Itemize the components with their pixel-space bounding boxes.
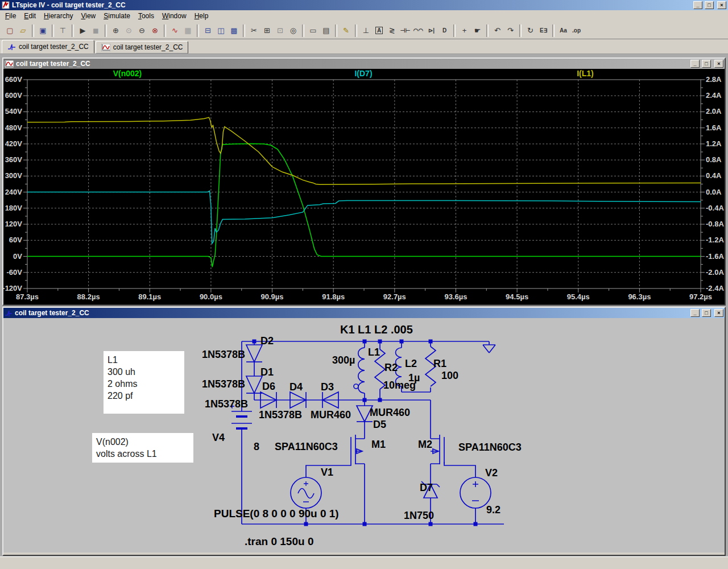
print-button[interactable]: ▤ (320, 24, 333, 37)
zoom-in-button[interactable]: ⊕ (109, 24, 122, 37)
cut-button[interactable]: ✂ (247, 24, 260, 37)
undo-button[interactable]: ↶ (491, 24, 504, 37)
schematic-label[interactable]: V2 (485, 467, 498, 479)
schematic-label[interactable]: 1N750 (404, 510, 434, 521)
schematic-label[interactable]: 300µ (332, 354, 355, 366)
schematic-label[interactable]: 1N5378B (202, 378, 245, 390)
schematic-label[interactable]: M1 (371, 439, 386, 450)
menu-item-hierarchy[interactable]: Hierarchy (40, 11, 77, 21)
waveform-plot-area[interactable]: 660V600V540V480V420V360V300V240V180V120V… (3, 69, 725, 304)
place-diode-button[interactable]: ⊳| (425, 24, 438, 37)
schematic-label[interactable]: M2 (418, 439, 432, 450)
schematic-label[interactable]: 1µ (408, 372, 420, 384)
schematic-label[interactable]: D4 (289, 381, 303, 393)
schematic-label[interactable]: .tran 0 150u 0 (245, 535, 313, 547)
move-button[interactable]: + (458, 24, 471, 37)
find-button[interactable]: ◎ (287, 24, 300, 37)
schematic-label[interactable]: PULSE(0 8 0 0 0 90u 0 1) (214, 508, 339, 519)
control-panel-button[interactable]: ⊤ (56, 24, 69, 37)
schematic-canvas[interactable]: K1 L1 L2 .005D21N5378BD11N5378BD6D4D31N5… (3, 318, 725, 552)
schematic-close-button[interactable]: × (714, 309, 723, 317)
schematic-window-title-bar[interactable]: coil target tester_2_CC _ □ × (3, 308, 725, 318)
voltage-source-V2[interactable] (460, 477, 491, 508)
drag-button[interactable]: ☛ (471, 24, 484, 37)
zoom-full-extents-button[interactable]: ⊗ (148, 24, 162, 37)
zoom-out-button[interactable]: ⊖ (135, 24, 148, 37)
app-maximize-button[interactable]: □ (705, 1, 714, 9)
mirror-button[interactable]: E∃ (537, 24, 550, 37)
schematic-label[interactable]: V1 (321, 467, 333, 478)
paste-button[interactable]: ⊡ (274, 24, 287, 37)
schematic-label[interactable]: MUR460 (370, 407, 410, 418)
schematic-label[interactable]: 9.2 (486, 504, 500, 516)
place-net-label-button[interactable]: A (373, 24, 386, 37)
app-minimize-button[interactable]: _ (693, 1, 702, 9)
waveform-window-title-bar[interactable]: coil target tester_2_CC _ □ × (3, 59, 725, 69)
schematic-label[interactable]: R2 (384, 362, 398, 373)
trace-label-IL1[interactable]: I(L1) (577, 69, 594, 78)
trace-label-Vn002[interactable]: V(n002) (113, 69, 142, 78)
run-simulation-button[interactable]: ▶ (76, 24, 89, 37)
menu-item-file[interactable]: File (1, 11, 20, 21)
waveform-minimize-button[interactable]: _ (690, 60, 700, 68)
save-button[interactable]: ▣ (36, 24, 49, 37)
open-folder-button[interactable]: ▱ (16, 24, 30, 37)
menu-item-window[interactable]: Window (158, 11, 191, 21)
edit-pencil-button[interactable]: ✎ (340, 24, 353, 37)
tile-vertically-button[interactable]: ◫ (214, 24, 228, 37)
schematic-label[interactable]: D6 (262, 381, 275, 392)
place-resistor-button[interactable]: ≷ (386, 24, 399, 37)
annotation-box-2[interactable]: V(n002)volts across L1 (92, 433, 193, 463)
schematic-label[interactable]: L1 (368, 347, 380, 358)
tab-1-active[interactable]: coil target tester_2_CC (2, 40, 94, 53)
cascade-windows-button[interactable]: ▩ (228, 24, 241, 37)
annotation-box-1[interactable]: L1300 uh2 ohms220 pf (104, 351, 184, 414)
schematic-label[interactable]: D5 (373, 419, 386, 430)
autorange-y-axis-button[interactable]: ∿ (168, 24, 181, 37)
schematic-label[interactable]: L2 (405, 358, 417, 369)
place-component-button[interactable]: D (438, 24, 451, 37)
waveform-maximize-button[interactable]: □ (702, 60, 711, 68)
trace-label-ID7[interactable]: I(D7) (354, 69, 372, 78)
tile-horizontally-button[interactable]: ⊟ (201, 24, 214, 37)
waveform-plot-svg[interactable]: 660V600V540V480V420V360V300V240V180V120V… (3, 69, 725, 304)
schematic-label[interactable]: K1 L1 L2 .005 (340, 323, 413, 336)
schematic-label[interactable]: MUR460 (311, 409, 351, 420)
app-title-bar[interactable]: LTspice IV - coil target tester_2_CC _ □… (0, 0, 728, 10)
place-ground-button[interactable]: ⊥ (359, 24, 373, 37)
schematic-label[interactable]: 1N5378B (202, 349, 245, 360)
menu-item-help[interactable]: Help (191, 11, 213, 21)
place-capacitor-button[interactable]: ⊣⊢ (399, 24, 412, 37)
print-preview-button[interactable]: ▭ (307, 24, 320, 37)
schematic-label[interactable]: 1N5378B (205, 398, 248, 410)
rotate-button[interactable]: ↻ (524, 24, 537, 37)
schematic-label[interactable]: SPA11N60C3 (458, 442, 522, 453)
app-close-button[interactable]: × (717, 1, 726, 9)
schematic-label[interactable]: 8 (254, 441, 259, 452)
schematic-label[interactable]: D7 (420, 482, 433, 493)
schematic-label[interactable]: D3 (321, 381, 334, 393)
schematic-label[interactable]: 1N5378B (259, 409, 302, 420)
schematic-label[interactable]: D1 (260, 366, 274, 378)
spice-directive-button[interactable]: .op (570, 24, 583, 37)
schematic-label[interactable]: SPA11N60C3 (275, 441, 338, 452)
inductor-L1[interactable] (354, 348, 365, 393)
diode-D2[interactable] (246, 345, 262, 362)
place-inductor-button[interactable]: ◠◠ (412, 24, 425, 37)
place-text-button[interactable]: Aa (557, 24, 570, 37)
new-schematic-button[interactable]: ▢ (3, 24, 16, 37)
voltage-source-V1[interactable] (291, 477, 321, 508)
schematic-label[interactable]: V4 (212, 432, 225, 443)
menu-item-tools[interactable]: Tools (134, 11, 158, 21)
tab-2[interactable]: coil target tester_2_CC (96, 41, 189, 53)
menu-item-view[interactable]: View (77, 11, 100, 21)
schematic-label[interactable]: R1 (433, 358, 446, 369)
menu-item-simulate[interactable]: Simulate (100, 11, 134, 21)
copy-button[interactable]: ⊞ (260, 24, 274, 37)
waveform-close-button[interactable]: × (714, 60, 723, 68)
diode-D1[interactable] (246, 376, 262, 393)
schematic-minimize-button[interactable]: _ (690, 309, 700, 317)
schematic-maximize-button[interactable]: □ (702, 309, 711, 317)
menu-item-edit[interactable]: Edit (20, 11, 40, 21)
redo-button[interactable]: ↷ (504, 24, 517, 37)
